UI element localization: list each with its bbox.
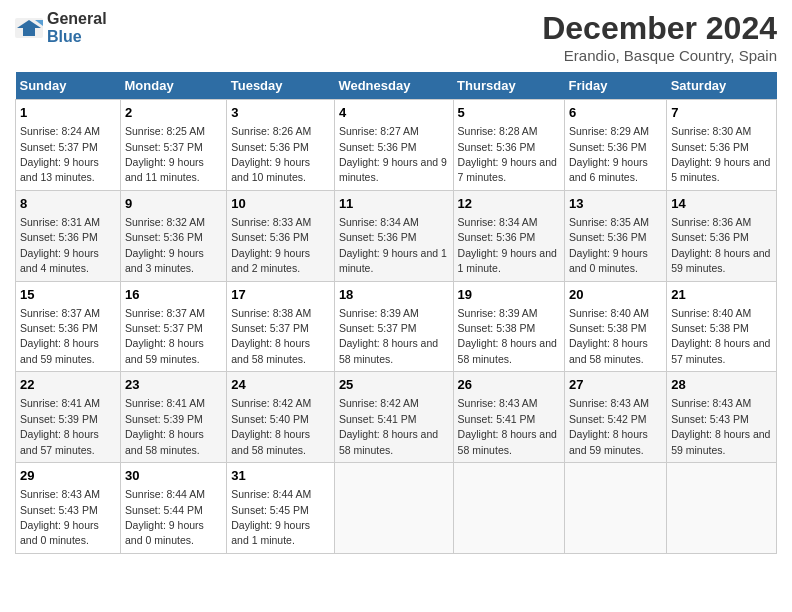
day-number: 31	[231, 467, 330, 485]
day-number: 25	[339, 376, 449, 394]
day-number: 16	[125, 286, 222, 304]
cell-sunrise: Sunrise: 8:40 AMSunset: 5:38 PMDaylight:…	[671, 307, 770, 365]
day-number: 3	[231, 104, 330, 122]
logo-text: General Blue	[47, 10, 107, 46]
cell-sunrise: Sunrise: 8:43 AMSunset: 5:42 PMDaylight:…	[569, 397, 649, 455]
cell-sunrise: Sunrise: 8:26 AMSunset: 5:36 PMDaylight:…	[231, 125, 311, 183]
day-number: 19	[458, 286, 560, 304]
header-row: SundayMondayTuesdayWednesdayThursdayFrid…	[16, 72, 777, 100]
calendar-cell: 19Sunrise: 8:39 AMSunset: 5:38 PMDayligh…	[453, 281, 564, 372]
calendar-cell: 24Sunrise: 8:42 AMSunset: 5:40 PMDayligh…	[227, 372, 335, 463]
calendar-cell: 5Sunrise: 8:28 AMSunset: 5:36 PMDaylight…	[453, 100, 564, 191]
cell-sunrise: Sunrise: 8:30 AMSunset: 5:36 PMDaylight:…	[671, 125, 770, 183]
calendar-cell	[453, 463, 564, 554]
cell-sunrise: Sunrise: 8:33 AMSunset: 5:36 PMDaylight:…	[231, 216, 311, 274]
calendar-cell: 7Sunrise: 8:30 AMSunset: 5:36 PMDaylight…	[667, 100, 777, 191]
day-number: 30	[125, 467, 222, 485]
calendar-cell: 12Sunrise: 8:34 AMSunset: 5:36 PMDayligh…	[453, 190, 564, 281]
day-number: 20	[569, 286, 662, 304]
logo-general: General	[47, 10, 107, 27]
logo: General Blue	[15, 10, 107, 46]
day-header-thursday: Thursday	[453, 72, 564, 100]
day-number: 6	[569, 104, 662, 122]
cell-sunrise: Sunrise: 8:42 AMSunset: 5:40 PMDaylight:…	[231, 397, 311, 455]
calendar-cell: 29Sunrise: 8:43 AMSunset: 5:43 PMDayligh…	[16, 463, 121, 554]
cell-sunrise: Sunrise: 8:28 AMSunset: 5:36 PMDaylight:…	[458, 125, 557, 183]
day-number: 2	[125, 104, 222, 122]
day-number: 11	[339, 195, 449, 213]
calendar-cell: 14Sunrise: 8:36 AMSunset: 5:36 PMDayligh…	[667, 190, 777, 281]
day-number: 8	[20, 195, 116, 213]
calendar-cell: 18Sunrise: 8:39 AMSunset: 5:37 PMDayligh…	[334, 281, 453, 372]
day-number: 26	[458, 376, 560, 394]
cell-sunrise: Sunrise: 8:41 AMSunset: 5:39 PMDaylight:…	[20, 397, 100, 455]
cell-sunrise: Sunrise: 8:40 AMSunset: 5:38 PMDaylight:…	[569, 307, 649, 365]
calendar-cell: 17Sunrise: 8:38 AMSunset: 5:37 PMDayligh…	[227, 281, 335, 372]
day-header-wednesday: Wednesday	[334, 72, 453, 100]
main-title: December 2024	[542, 10, 777, 47]
cell-sunrise: Sunrise: 8:41 AMSunset: 5:39 PMDaylight:…	[125, 397, 205, 455]
calendar-cell: 27Sunrise: 8:43 AMSunset: 5:42 PMDayligh…	[564, 372, 666, 463]
cell-sunrise: Sunrise: 8:39 AMSunset: 5:37 PMDaylight:…	[339, 307, 438, 365]
cell-sunrise: Sunrise: 8:43 AMSunset: 5:43 PMDaylight:…	[671, 397, 770, 455]
cell-sunrise: Sunrise: 8:44 AMSunset: 5:45 PMDaylight:…	[231, 488, 311, 546]
day-number: 24	[231, 376, 330, 394]
calendar-cell: 10Sunrise: 8:33 AMSunset: 5:36 PMDayligh…	[227, 190, 335, 281]
calendar-cell: 31Sunrise: 8:44 AMSunset: 5:45 PMDayligh…	[227, 463, 335, 554]
cell-sunrise: Sunrise: 8:34 AMSunset: 5:36 PMDaylight:…	[339, 216, 447, 274]
cell-sunrise: Sunrise: 8:42 AMSunset: 5:41 PMDaylight:…	[339, 397, 438, 455]
cell-sunrise: Sunrise: 8:44 AMSunset: 5:44 PMDaylight:…	[125, 488, 205, 546]
day-number: 12	[458, 195, 560, 213]
calendar-cell: 20Sunrise: 8:40 AMSunset: 5:38 PMDayligh…	[564, 281, 666, 372]
cell-sunrise: Sunrise: 8:31 AMSunset: 5:36 PMDaylight:…	[20, 216, 100, 274]
week-row-2: 8Sunrise: 8:31 AMSunset: 5:36 PMDaylight…	[16, 190, 777, 281]
day-number: 22	[20, 376, 116, 394]
day-header-friday: Friday	[564, 72, 666, 100]
day-number: 7	[671, 104, 772, 122]
week-row-5: 29Sunrise: 8:43 AMSunset: 5:43 PMDayligh…	[16, 463, 777, 554]
cell-sunrise: Sunrise: 8:36 AMSunset: 5:36 PMDaylight:…	[671, 216, 770, 274]
calendar-cell: 22Sunrise: 8:41 AMSunset: 5:39 PMDayligh…	[16, 372, 121, 463]
calendar-cell: 26Sunrise: 8:43 AMSunset: 5:41 PMDayligh…	[453, 372, 564, 463]
day-number: 28	[671, 376, 772, 394]
day-number: 21	[671, 286, 772, 304]
subtitle: Erandio, Basque Country, Spain	[542, 47, 777, 64]
cell-sunrise: Sunrise: 8:43 AMSunset: 5:41 PMDaylight:…	[458, 397, 557, 455]
day-header-monday: Monday	[121, 72, 227, 100]
calendar-cell: 8Sunrise: 8:31 AMSunset: 5:36 PMDaylight…	[16, 190, 121, 281]
page-container: General Blue December 2024 Erandio, Basq…	[0, 0, 792, 564]
week-row-3: 15Sunrise: 8:37 AMSunset: 5:36 PMDayligh…	[16, 281, 777, 372]
calendar-table: SundayMondayTuesdayWednesdayThursdayFrid…	[15, 72, 777, 554]
calendar-cell: 28Sunrise: 8:43 AMSunset: 5:43 PMDayligh…	[667, 372, 777, 463]
day-number: 15	[20, 286, 116, 304]
cell-sunrise: Sunrise: 8:25 AMSunset: 5:37 PMDaylight:…	[125, 125, 205, 183]
day-number: 29	[20, 467, 116, 485]
calendar-cell: 4Sunrise: 8:27 AMSunset: 5:36 PMDaylight…	[334, 100, 453, 191]
day-number: 10	[231, 195, 330, 213]
calendar-cell: 25Sunrise: 8:42 AMSunset: 5:41 PMDayligh…	[334, 372, 453, 463]
calendar-cell: 6Sunrise: 8:29 AMSunset: 5:36 PMDaylight…	[564, 100, 666, 191]
logo-blue: Blue	[47, 28, 82, 45]
day-number: 27	[569, 376, 662, 394]
day-number: 9	[125, 195, 222, 213]
calendar-cell: 16Sunrise: 8:37 AMSunset: 5:37 PMDayligh…	[121, 281, 227, 372]
calendar-cell: 13Sunrise: 8:35 AMSunset: 5:36 PMDayligh…	[564, 190, 666, 281]
week-row-1: 1Sunrise: 8:24 AMSunset: 5:37 PMDaylight…	[16, 100, 777, 191]
calendar-cell	[667, 463, 777, 554]
day-header-sunday: Sunday	[16, 72, 121, 100]
calendar-cell	[334, 463, 453, 554]
day-number: 17	[231, 286, 330, 304]
calendar-cell: 21Sunrise: 8:40 AMSunset: 5:38 PMDayligh…	[667, 281, 777, 372]
calendar-cell: 9Sunrise: 8:32 AMSunset: 5:36 PMDaylight…	[121, 190, 227, 281]
cell-sunrise: Sunrise: 8:34 AMSunset: 5:36 PMDaylight:…	[458, 216, 557, 274]
day-number: 1	[20, 104, 116, 122]
day-number: 4	[339, 104, 449, 122]
day-number: 14	[671, 195, 772, 213]
calendar-cell	[564, 463, 666, 554]
week-row-4: 22Sunrise: 8:41 AMSunset: 5:39 PMDayligh…	[16, 372, 777, 463]
day-number: 23	[125, 376, 222, 394]
day-number: 5	[458, 104, 560, 122]
cell-sunrise: Sunrise: 8:37 AMSunset: 5:37 PMDaylight:…	[125, 307, 205, 365]
cell-sunrise: Sunrise: 8:39 AMSunset: 5:38 PMDaylight:…	[458, 307, 557, 365]
cell-sunrise: Sunrise: 8:24 AMSunset: 5:37 PMDaylight:…	[20, 125, 100, 183]
